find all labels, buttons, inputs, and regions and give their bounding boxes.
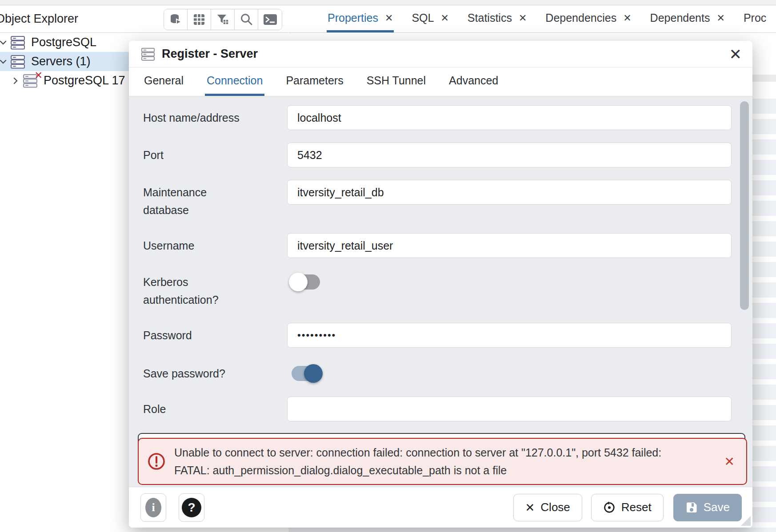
dialog-tab-parameters[interactable]: Parameters (284, 67, 345, 96)
dialog-resize-handle[interactable] (741, 516, 751, 526)
filter-rows-button[interactable] (211, 9, 235, 30)
error-message: Unable to connect to server: connection … (174, 444, 718, 479)
tab-label: Dependents (650, 12, 710, 24)
tab-dependencies[interactable]: Dependencies ✕ (544, 6, 632, 32)
chevron-down-icon[interactable] (0, 57, 10, 67)
tree-item-label: Servers (1) (31, 55, 91, 68)
error-line-1: Unable to connect to server: connection … (174, 444, 718, 461)
save-password-label: Save password? (143, 365, 250, 382)
maintenance-db-input[interactable] (287, 180, 732, 205)
database-execute-button[interactable] (164, 9, 188, 30)
tab-processes-truncated[interactable]: Proc (743, 6, 767, 32)
object-explorer-title: Object Explorer (0, 12, 78, 26)
host-label: Host name/address (143, 109, 250, 127)
grid-view-button[interactable] (188, 9, 211, 30)
host-input[interactable] (287, 105, 732, 130)
filter-icon (216, 13, 229, 26)
reset-button[interactable]: Reset (591, 494, 664, 521)
server-disconnected-icon: ✕ (22, 74, 38, 88)
database-execute-icon (169, 13, 182, 26)
dialog-header[interactable]: Register - Server ✕ (129, 41, 752, 67)
help-button[interactable]: ? (179, 493, 204, 522)
username-input[interactable] (287, 233, 732, 258)
window-top-strip (0, 0, 776, 5)
dialog-tab-ssh-tunnel[interactable]: SSH Tunnel (365, 67, 428, 96)
object-explorer-toolbar (164, 9, 282, 30)
save-button[interactable]: Save (673, 494, 742, 521)
role-input[interactable] (287, 397, 732, 421)
search-objects-button[interactable] (235, 9, 258, 30)
password-input[interactable]: ••••••••• (287, 323, 732, 348)
tab-close-icon[interactable]: ✕ (519, 13, 527, 23)
tab-dependents[interactable]: Dependents ✕ (649, 6, 726, 32)
dialog-title: Register - Server (162, 47, 258, 61)
close-button-label: Close (540, 500, 570, 514)
register-server-dialog: Register - Server ✕ General Connection P… (129, 41, 752, 528)
server-group-icon (10, 36, 26, 50)
disconnected-badge-icon: ✕ (35, 70, 43, 81)
pgadmin-window: Object Explorer (0, 0, 776, 532)
close-button[interactable]: ✕ Close (513, 494, 582, 521)
save-button-label: Save (704, 500, 730, 514)
dialog-tab-bar: General Connection Parameters SSH Tunnel… (129, 67, 752, 96)
error-close-icon[interactable]: ✕ (724, 454, 735, 469)
port-label: Port (143, 146, 250, 164)
tab-close-icon[interactable]: ✕ (440, 13, 448, 23)
chevron-right-icon[interactable] (9, 76, 22, 86)
kerberos-label: Kerberos authentication? (143, 273, 250, 309)
close-x-icon: ✕ (525, 502, 535, 513)
dialog-tab-advanced[interactable]: Advanced (447, 67, 500, 96)
dialog-tab-connection[interactable]: Connection (205, 67, 264, 96)
tab-label: Proc (744, 12, 766, 24)
form-scrollbar-thumb[interactable] (740, 101, 749, 310)
tab-sql[interactable]: SQL ✕ (411, 6, 449, 32)
tab-label: SQL (412, 12, 434, 24)
connection-form: Host name/address Port Maintenance datab… (129, 96, 752, 487)
tab-close-icon[interactable]: ✕ (623, 13, 631, 23)
role-label: Role (143, 400, 250, 418)
error-line-2: FATAL: auth_permission_dialog.dialog_exe… (174, 461, 718, 479)
port-input[interactable] (287, 143, 732, 167)
save-password-toggle[interactable] (292, 366, 320, 381)
tab-label: Dependencies (545, 12, 616, 24)
search-icon (240, 13, 253, 26)
object-explorer-header: Object Explorer (0, 6, 288, 33)
save-icon (685, 501, 698, 514)
sql-info-button[interactable]: i (140, 493, 166, 522)
tab-statistics[interactable]: Statistics ✕ (467, 6, 528, 32)
tab-label: Statistics (468, 12, 512, 24)
maintenance-db-label: Maintenance database (143, 183, 250, 219)
password-label: Password (143, 326, 250, 344)
tab-label: Properties (328, 12, 378, 24)
info-icon: i (145, 498, 161, 517)
connection-error-alert: Unable to connect to server: connection … (138, 438, 747, 485)
reset-button-label: Reset (621, 500, 652, 514)
reset-icon (603, 501, 616, 514)
chevron-down-icon[interactable] (0, 38, 10, 48)
error-icon (147, 452, 166, 471)
query-tool-button[interactable] (258, 9, 282, 30)
terminal-icon (263, 13, 277, 26)
username-label: Username (143, 237, 250, 254)
tab-close-icon[interactable]: ✕ (716, 13, 724, 23)
grid-view-icon (193, 13, 205, 26)
kerberos-toggle[interactable] (292, 274, 320, 290)
dialog-tab-general[interactable]: General (142, 67, 185, 96)
dialog-footer: i ? ✕ Close Reset (129, 487, 752, 528)
tree-item-label: PostgreSQL (31, 36, 96, 49)
server-group-icon (10, 55, 26, 69)
tree-item-label: PostgreSQL 17 (44, 74, 125, 87)
tab-close-icon[interactable]: ✕ (385, 13, 393, 23)
tab-properties[interactable]: Properties ✕ (327, 6, 394, 32)
main-tab-bar: Properties ✕ SQL ✕ Statistics ✕ Dependen… (288, 6, 776, 33)
dialog-close-icon[interactable]: ✕ (729, 47, 742, 62)
server-icon (140, 47, 156, 61)
help-icon: ? (182, 498, 201, 517)
